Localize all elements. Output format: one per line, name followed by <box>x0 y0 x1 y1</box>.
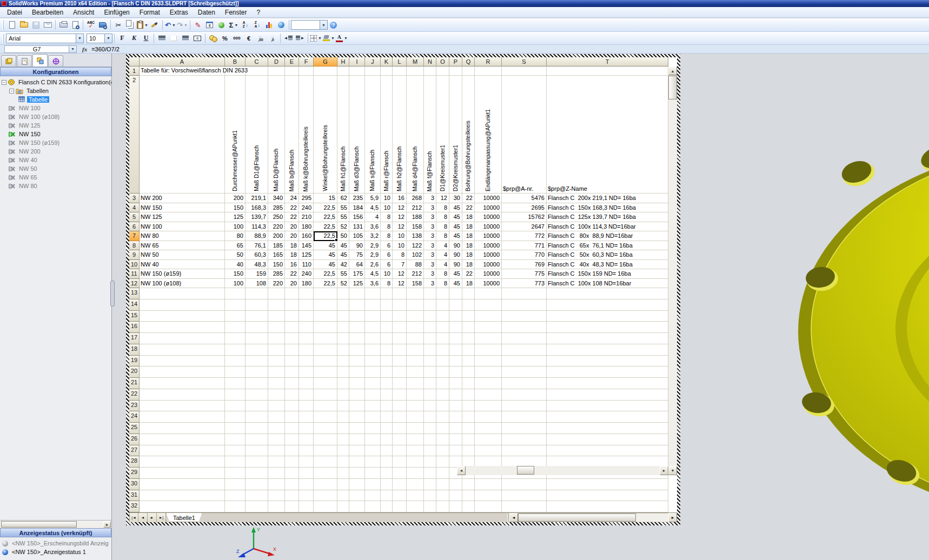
table-cell[interactable]: 2,9 <box>365 250 381 260</box>
table-cell[interactable] <box>349 479 365 490</box>
table-cell[interactable]: 3 <box>424 203 436 213</box>
scroll-left-icon[interactable]: ◄ <box>457 466 466 475</box>
table-cell[interactable]: NW 125 <box>140 212 225 222</box>
row-header[interactable]: 14 <box>129 299 140 311</box>
table-cell[interactable]: 3 <box>424 260 436 270</box>
table-cell[interactable] <box>424 401 436 412</box>
config-item[interactable]: NW 200 <box>0 147 111 156</box>
table-cell[interactable]: 5476 <box>502 194 547 203</box>
percent-style-icon[interactable]: % <box>219 32 231 44</box>
decrease-indent-icon[interactable]: ◄ <box>282 32 294 44</box>
table-cell[interactable]: Flansch C 200x 219,1 ND= 16ba <box>547 194 668 203</box>
row-header[interactable]: 9 <box>129 250 140 260</box>
table-cell[interactable] <box>436 490 449 502</box>
table-cell[interactable] <box>285 344 299 356</box>
table-cell[interactable]: 184 <box>349 203 365 213</box>
table-cell[interactable] <box>285 356 299 367</box>
paste-icon[interactable]: ▼ <box>136 19 149 31</box>
collapse-icon[interactable]: − <box>2 80 6 85</box>
table-cell[interactable]: 240 <box>299 269 314 279</box>
hyperlink-icon[interactable] <box>216 19 228 31</box>
table-cell[interactable] <box>381 378 393 389</box>
table-cell[interactable] <box>407 356 424 367</box>
table-cell[interactable] <box>349 445 365 457</box>
column-header[interactable]: C <box>245 57 268 66</box>
table-cell[interactable]: 4,5 <box>365 269 381 279</box>
table-cell[interactable] <box>393 66 407 76</box>
table-cell[interactable] <box>299 333 314 344</box>
sheet-tab[interactable]: Tabelle1 <box>166 513 202 522</box>
config-item[interactable]: NW 65 <box>0 173 111 182</box>
mail-icon[interactable] <box>42 19 54 31</box>
table-cell[interactable] <box>285 288 299 299</box>
table-cell[interactable]: 90 <box>449 250 462 260</box>
table-cell[interactable]: 108 <box>245 279 268 289</box>
scroll-down-icon[interactable]: ▼ <box>668 466 677 475</box>
table-cell[interactable] <box>424 389 436 401</box>
table-cell[interactable] <box>424 344 436 356</box>
table-cell[interactable]: 4 <box>365 212 381 222</box>
config-item[interactable]: NW 50 <box>0 164 111 173</box>
table-cell[interactable] <box>381 411 393 423</box>
table-cell[interactable] <box>365 366 381 378</box>
table-cell[interactable] <box>449 423 462 434</box>
table-cell[interactable]: 45 <box>449 203 462 213</box>
table-cell[interactable] <box>475 423 502 434</box>
scroll-right-icon[interactable]: ► <box>103 521 111 528</box>
row-header[interactable]: 2 <box>129 76 140 194</box>
table-cell[interactable] <box>268 356 285 367</box>
table-cell[interactable] <box>436 366 449 378</box>
table-cell[interactable] <box>462 490 475 502</box>
table-cell[interactable] <box>462 501 475 512</box>
table-cell[interactable] <box>407 299 424 311</box>
undo-icon[interactable]: ↶▼ <box>164 19 176 31</box>
table-cell[interactable]: 12 <box>393 212 407 222</box>
table-cell[interactable] <box>365 501 381 512</box>
table-cell[interactable] <box>475 401 502 412</box>
table-cell[interactable] <box>245 356 268 367</box>
table-cell[interactable] <box>502 66 547 76</box>
table-cell[interactable] <box>245 311 268 322</box>
table-cell[interactable] <box>436 311 449 322</box>
table-cell[interactable]: 22 <box>285 203 299 213</box>
table-cell[interactable] <box>225 479 245 490</box>
row-header[interactable]: 19 <box>129 356 140 367</box>
table-cell[interactable] <box>349 401 365 412</box>
table-cell[interactable] <box>245 490 268 502</box>
menu-einfügen[interactable]: Einfügen <box>99 8 134 17</box>
table-cell[interactable] <box>225 456 245 468</box>
table-cell[interactable]: 6 <box>381 241 393 251</box>
table-cell[interactable] <box>381 479 393 490</box>
tree-item-tabelle[interactable]: Tabelle <box>0 95 111 104</box>
table-cell[interactable] <box>299 344 314 356</box>
panel-splitter-handle[interactable] <box>110 281 115 306</box>
table-cell[interactable] <box>547 479 668 490</box>
table-cell[interactable] <box>393 501 407 512</box>
table-cell[interactable]: 10 <box>393 231 407 241</box>
table-cell[interactable] <box>365 333 381 344</box>
table-cell[interactable] <box>140 423 225 434</box>
table-cell[interactable]: 340 <box>268 194 285 203</box>
table-cell[interactable] <box>393 401 407 412</box>
row-header[interactable]: 5 <box>129 212 140 222</box>
table-cell[interactable]: 22,5 <box>314 279 337 289</box>
table-cell[interactable]: 2647 <box>502 222 547 232</box>
table-cell[interactable] <box>475 356 502 367</box>
table-cell[interactable]: 80 <box>225 231 245 241</box>
table-cell[interactable]: 8 <box>436 203 449 213</box>
table-cell[interactable] <box>424 378 436 389</box>
table-cell[interactable] <box>475 366 502 378</box>
table-cell[interactable]: NW 150 <box>140 203 225 213</box>
table-cell[interactable]: 250 <box>268 212 285 222</box>
table-cell[interactable] <box>407 434 424 445</box>
table-cell[interactable]: 22 <box>462 269 475 279</box>
table-cell[interactable] <box>225 344 245 356</box>
table-cell[interactable] <box>475 66 502 76</box>
table-cell[interactable] <box>407 311 424 322</box>
table-cell[interactable] <box>225 366 245 378</box>
table-cell[interactable] <box>225 468 245 479</box>
rotated-header-cell[interactable]: Maß h2@Flansch <box>393 76 407 194</box>
scroll-up-icon[interactable]: ▲ <box>668 66 677 75</box>
table-cell[interactable]: 12 <box>436 194 449 203</box>
table-cell[interactable] <box>314 378 337 389</box>
